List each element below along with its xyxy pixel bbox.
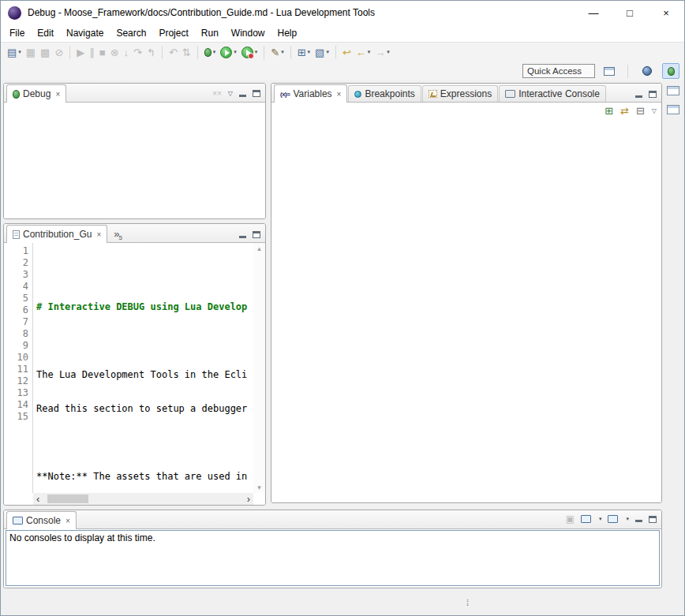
run-last-tool-button[interactable]: ▾ [240, 43, 260, 61]
maximize-view-icon[interactable] [649, 91, 657, 98]
dropdown-arrow-icon[interactable]: ▾ [255, 49, 258, 55]
external-tools-button[interactable]: ✎ ▾ [269, 43, 285, 61]
editor-line[interactable]: # Interactive DEBUG using Lua Develop [34, 301, 253, 313]
dropdown-arrow-icon[interactable]: ▾ [234, 49, 237, 55]
editor-tab-overflow-chevron[interactable]: » 5 [114, 228, 122, 242]
open-wizard-button[interactable]: ▧ ▾ [313, 43, 331, 61]
title-bar[interactable]: Debug - Moose_Framework/docs/Contributio… [1, 1, 684, 24]
save-all-button[interactable]: ▩ [39, 43, 51, 61]
new-button[interactable]: ▤ ▾ [6, 43, 23, 61]
dropdown-arrow-icon[interactable]: ▾ [281, 49, 284, 55]
tab-contribution-guide[interactable]: Contribution_Gu × [6, 225, 107, 243]
step-return-button[interactable]: ↰ [145, 43, 157, 61]
menu-search[interactable]: Search [110, 25, 152, 41]
close-tab-icon[interactable]: × [96, 230, 101, 239]
use-step-filters-button[interactable]: ⇅ [181, 43, 193, 61]
minimize-button[interactable]: — [575, 1, 612, 24]
close-tab-icon[interactable]: × [55, 90, 60, 99]
scroll-down-arrow-icon[interactable]: ▾ [257, 483, 261, 491]
quick-access-input[interactable]: Quick Access [522, 64, 595, 78]
editor-ruler[interactable]: 1 2 3 4 5 6 7 8 9 10 11 12 13 14 15 [4, 243, 33, 493]
step-into-button[interactable]: ↓ [122, 43, 131, 61]
debug-view-content[interactable] [4, 103, 265, 218]
run-button[interactable]: ▾ [219, 43, 238, 61]
scroll-left-arrow-icon[interactable]: ‹ [33, 494, 43, 504]
menu-file[interactable]: File [3, 25, 31, 41]
view-menu-icon[interactable]: ▽ [652, 107, 657, 114]
display-selected-console-icon[interactable] [581, 515, 591, 523]
suspend-button[interactable]: ∥ [88, 43, 96, 61]
editor-line[interactable] [34, 437, 253, 449]
dropdown-arrow-icon[interactable]: ▾ [213, 49, 216, 55]
dropdown-arrow-icon[interactable]: ▾ [368, 49, 371, 55]
status-drag-handle[interactable]: ⁞ [466, 598, 469, 607]
open-perspective-button[interactable] [602, 62, 616, 80]
skip-all-breakpoints-button[interactable]: ⊘ [53, 43, 65, 61]
restore-view-icon[interactable] [667, 86, 679, 95]
close-tab-icon[interactable]: × [66, 517, 70, 525]
remove-all-terminated-button[interactable]: ×× [212, 89, 222, 98]
maximize-view-icon[interactable] [649, 516, 657, 523]
open-console-icon[interactable] [608, 515, 618, 523]
dropdown-arrow-icon[interactable]: ▾ [387, 49, 390, 55]
close-tab-icon[interactable]: × [337, 90, 342, 99]
tab-interactive-console[interactable]: Interactive Console [499, 85, 606, 102]
new-project-button[interactable]: ⊞ ▾ [296, 43, 312, 61]
minimize-view-icon[interactable] [239, 91, 246, 97]
tab-expressions[interactable]: Expressions [422, 85, 498, 102]
menu-help[interactable]: Help [271, 25, 304, 41]
dropdown-arrow-icon[interactable]: ▾ [599, 516, 602, 522]
minimize-view-icon[interactable] [635, 516, 642, 522]
terminate-button[interactable]: ■ [98, 43, 107, 61]
dropdown-arrow-icon[interactable]: ▾ [326, 49, 329, 55]
menu-run[interactable]: Run [195, 25, 225, 41]
menu-window[interactable]: Window [225, 25, 271, 41]
maximize-view-icon[interactable] [253, 231, 260, 238]
back-button[interactable]: ← ▾ [354, 43, 372, 61]
menu-navigate[interactable]: Navigate [60, 25, 110, 41]
tab-console[interactable]: Console × [6, 511, 77, 529]
step-over-button[interactable]: ↷ [132, 43, 144, 61]
dropdown-arrow-icon[interactable]: ▾ [18, 49, 21, 55]
maximize-view-icon[interactable] [253, 90, 260, 97]
editor-line[interactable] [34, 267, 253, 279]
debug-perspective-button[interactable] [662, 63, 679, 79]
editor-line[interactable]: Read this section to setup a debugger [34, 403, 253, 415]
collapse-all-icon[interactable]: ⊟ [636, 106, 645, 116]
editor-text-area[interactable]: # Interactive DEBUG using Lua Develop Th… [34, 243, 253, 493]
editor-line[interactable]: The Lua Development Tools in the Ecli [34, 369, 253, 381]
editor-horizontal-scrollbar[interactable]: ‹ › [33, 493, 253, 505]
minimize-view-icon[interactable] [635, 91, 642, 98]
dropdown-arrow-icon[interactable]: ▾ [308, 49, 311, 55]
close-button[interactable]: × [648, 1, 684, 24]
debug-button[interactable]: ▾ [203, 43, 218, 61]
scroll-right-arrow-icon[interactable]: › [244, 494, 253, 504]
scroll-up-arrow-icon[interactable]: ▴ [257, 245, 261, 252]
scrollbar-thumb[interactable] [47, 495, 88, 503]
view-menu-icon[interactable]: ▽ [228, 90, 233, 97]
restore-view-icon[interactable] [667, 105, 679, 114]
save-button[interactable]: ▦ [24, 43, 37, 61]
show-logical-structures-icon[interactable]: ⇄ [620, 106, 629, 116]
dropdown-arrow-icon[interactable]: ▾ [626, 516, 629, 522]
editor-line[interactable] [34, 335, 253, 347]
drop-to-frame-button[interactable]: ↶ [167, 43, 179, 61]
pin-console-icon[interactable]: ▣ [566, 513, 575, 525]
tab-variables[interactable]: (x)= Variables × [274, 84, 347, 103]
menu-project[interactable]: Project [152, 25, 194, 41]
menu-edit[interactable]: Edit [31, 25, 60, 41]
editor-line[interactable]: **Note:** The assets that are used in [34, 471, 253, 483]
disconnect-button[interactable]: ⊗ [109, 43, 121, 61]
forward-button[interactable]: → ▾ [373, 43, 391, 61]
resume-button[interactable]: ▶ [75, 43, 86, 61]
maximize-button[interactable]: □ [612, 1, 648, 24]
minimize-view-icon[interactable] [239, 232, 246, 238]
variables-content[interactable]: ⊞ ⇄ ⊟ ▽ [271, 103, 661, 502]
tab-debug[interactable]: Debug × [6, 84, 66, 103]
last-edit-location-button[interactable]: ↩ [341, 43, 353, 61]
editor-vertical-scrollbar[interactable]: ▴ ▾ [253, 243, 265, 493]
tab-breakpoints[interactable]: Breakpoints [348, 85, 421, 102]
console-message-area[interactable]: No consoles to display at this time. [6, 530, 660, 586]
lua-perspective-button[interactable] [638, 63, 656, 79]
show-type-names-icon[interactable]: ⊞ [605, 106, 613, 116]
